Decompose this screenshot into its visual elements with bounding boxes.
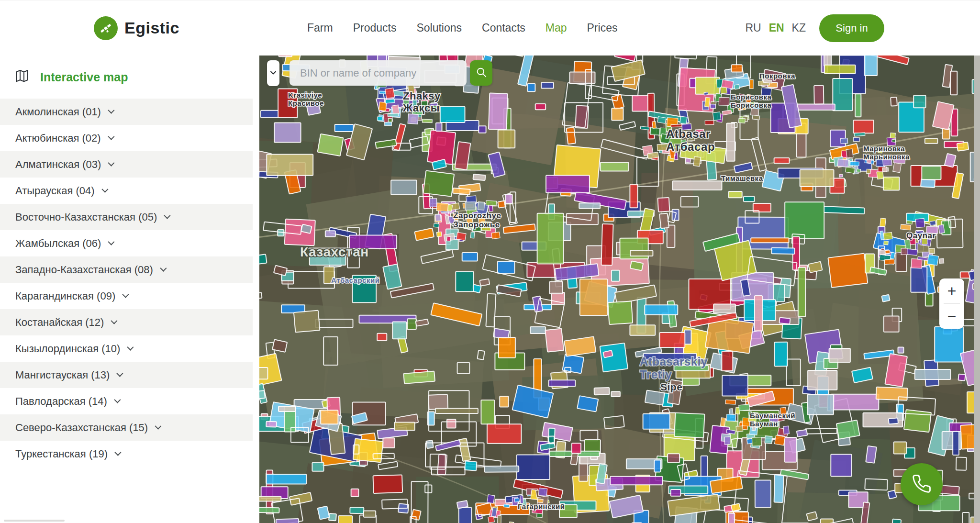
region-item[interactable]: Жамбылская (06) — [0, 230, 253, 256]
region-label: Жамбылская (06) — [15, 237, 101, 250]
svg-text:Гагаринский: Гагаринский — [518, 502, 565, 511]
svg-text:Покровка: Покровка — [759, 72, 795, 80]
region-item[interactable]: Кызылординская (10) — [0, 335, 253, 362]
region-label: Восточно-Казахстанская (05) — [15, 211, 157, 223]
phone-icon — [912, 474, 932, 495]
logo[interactable]: Egistic — [94, 16, 179, 40]
svg-text:Атбасарский: Атбасарский — [331, 276, 379, 284]
svg-text:Qaynar: Qaynar — [906, 231, 936, 240]
region-label: Северо-Казахстанская (15) — [15, 422, 148, 434]
satellite-field-map[interactable]: KrasiviyeКрасивоеZhaksyЖақсыПокровкаБори… — [259, 56, 974, 523]
horizontal-scrollbar-thumb[interactable] — [4, 520, 65, 522]
zoom-in-button[interactable]: + — [939, 278, 964, 303]
region-label: Актюбинская (02) — [15, 132, 101, 145]
svg-text:ZaporozhyeЗапорожье: ZaporozhyeЗапорожье — [453, 211, 501, 230]
region-label: Акмолинская (01) — [15, 106, 101, 118]
chevron-down-icon — [127, 344, 134, 350]
region-item[interactable]: Мангистауская (13) — [0, 362, 253, 388]
chevron-down-icon — [155, 423, 162, 429]
region-label: Павлодарская (14) — [15, 395, 107, 408]
chevron-down-icon — [269, 69, 277, 78]
chevron-down-icon — [160, 265, 167, 271]
chevron-down-icon — [122, 291, 129, 298]
svg-text:Тимашевка: Тимашевка — [721, 174, 763, 182]
region-item[interactable]: Северо-Казахстанская (15) — [0, 414, 253, 441]
nav-item-solutions[interactable]: Solutions — [416, 22, 462, 34]
region-item[interactable]: Павлодарская (14) — [0, 388, 253, 414]
region-label: Мангистауская (13) — [15, 369, 110, 381]
region-label: Атырауская (04) — [15, 185, 95, 197]
svg-text:ZhaksyЖақсы: ZhaksyЖақсы — [402, 90, 441, 114]
chevron-down-icon — [114, 449, 121, 456]
zoom-controls: + − — [939, 278, 964, 329]
logo-satellite-icon — [94, 16, 118, 40]
region-label: Кызылординская (10) — [15, 343, 120, 355]
region-label: Западно-Казахстанская (08) — [15, 264, 153, 276]
chevron-down-icon — [108, 238, 115, 245]
search-button[interactable] — [470, 60, 492, 86]
panel-toggle-button[interactable] — [267, 60, 279, 86]
chevron-down-icon — [108, 133, 114, 140]
region-item[interactable]: Западно-Казахстанская (08) — [0, 256, 253, 283]
region-item[interactable]: Костанайская (12) — [0, 309, 253, 335]
logo-text: Egistic — [124, 19, 179, 37]
chevron-down-icon — [164, 212, 171, 219]
vertical-scrollbar[interactable] — [974, 56, 980, 523]
chevron-down-icon — [108, 107, 114, 113]
map-icon — [14, 68, 30, 86]
sign-in-button[interactable]: Sign in — [819, 14, 884, 42]
svg-text:Казахстан: Казахстан — [300, 245, 369, 259]
map-search-bar — [267, 60, 492, 86]
header: Egistic FarmProductsSolutionsContactsMap… — [0, 0, 980, 56]
main-nav: FarmProductsSolutionsContactsMapPrices — [307, 22, 617, 34]
region-label: Алматинская (03) — [15, 158, 101, 171]
sidebar-title: Interactive map — [0, 56, 259, 99]
region-item[interactable]: Карагандинская (09) — [0, 283, 253, 309]
nav-item-prices[interactable]: Prices — [587, 22, 618, 34]
regions-sidebar: Interactive map Акмолинская (01)Актюбинс… — [0, 56, 259, 523]
language-en[interactable]: EN — [769, 22, 784, 34]
chevron-down-icon — [101, 186, 108, 192]
chevron-down-icon — [108, 159, 115, 166]
language-switcher: RUENKZ — [745, 22, 806, 34]
search-icon — [475, 66, 488, 80]
svg-text:AtbasarАтбасар: AtbasarАтбасар — [666, 127, 715, 154]
region-item[interactable]: Алматинская (03) — [0, 151, 253, 178]
nav-item-map[interactable]: Map — [546, 22, 567, 34]
svg-text:KrasiviyeКрасивое: KrasiviyeКрасивое — [288, 91, 324, 107]
map-area: KrasiviyeКрасивоеZhaksyЖақсыПокровкаБори… — [259, 56, 974, 523]
page: Egistic FarmProductsSolutionsContactsMap… — [0, 0, 980, 523]
region-label: Туркестанская (19) — [15, 448, 108, 460]
region-item[interactable]: Восточно-Казахстанская (05) — [0, 204, 253, 230]
chevron-down-icon — [114, 396, 121, 403]
region-item[interactable]: Туркестанская (19) — [0, 441, 253, 467]
region-item[interactable]: Акмолинская (01) — [0, 99, 253, 125]
nav-item-farm[interactable]: Farm — [307, 22, 333, 34]
region-item[interactable]: Атырауская (04) — [0, 178, 253, 204]
zoom-out-button[interactable]: − — [939, 304, 964, 329]
nav-item-products[interactable]: Products — [353, 22, 397, 34]
phone-button[interactable] — [901, 463, 943, 505]
region-list: Акмолинская (01)Актюбинская (02)Алматинс… — [0, 99, 259, 467]
region-label: Костанайская (12) — [15, 316, 104, 329]
region-label: Карагандинская (09) — [15, 290, 115, 302]
search-input[interactable] — [290, 60, 467, 86]
svg-text:МариновкаМарьиновка: МариновкаМарьиновка — [863, 145, 910, 161]
language-kz[interactable]: KZ — [792, 22, 806, 34]
chevron-down-icon — [111, 317, 118, 324]
nav-item-contacts[interactable]: Contacts — [482, 22, 525, 34]
region-item[interactable]: Актюбинская (02) — [0, 125, 253, 151]
chevron-down-icon — [117, 370, 123, 377]
svg-text:Sipe: Sipe — [660, 381, 682, 392]
svg-text:БорисовкаБорисовка: БорисовкаБорисовка — [731, 93, 772, 109]
sidebar-title-label: Interactive map — [40, 70, 128, 84]
language-ru[interactable]: RU — [745, 22, 761, 34]
